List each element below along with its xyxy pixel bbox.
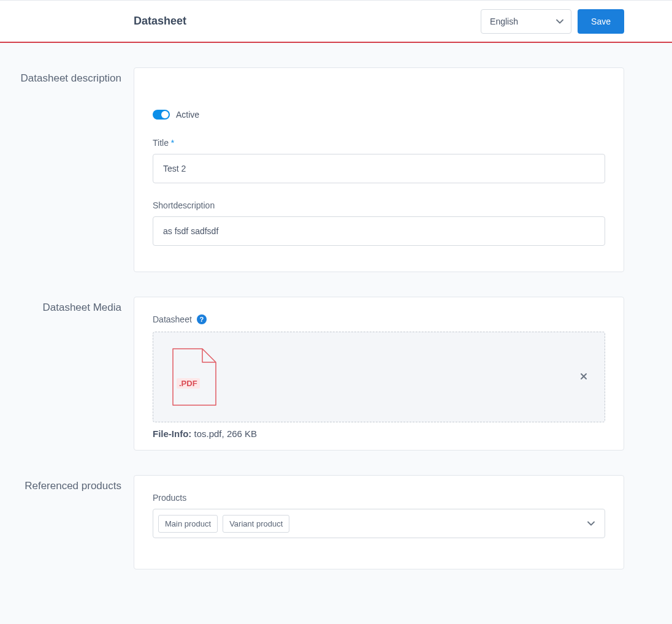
section-products-heading: Referenced products — [7, 475, 134, 569]
page-content: Datasheet description Active Title * Sho… — [0, 43, 672, 618]
active-toggle[interactable] — [153, 110, 170, 120]
product-tag[interactable]: Variant product — [223, 515, 289, 533]
section-media: Datasheet Media Datasheet ? .PDF — [7, 297, 624, 451]
section-description-heading: Datasheet description — [7, 67, 134, 272]
title-input[interactable] — [153, 154, 605, 183]
media-card: Datasheet ? .PDF File-Info: tos.pdf, 266… — [134, 297, 624, 451]
save-button[interactable]: Save — [578, 9, 624, 34]
remove-file-button[interactable] — [580, 372, 587, 382]
title-field: Title * — [153, 138, 605, 183]
section-media-heading: Datasheet Media — [7, 297, 134, 451]
file-info-value: tos.pdf, 266 KB — [194, 428, 258, 439]
shortdesc-label: Shortdescription — [153, 200, 605, 210]
file-name: tos.pdf — [194, 428, 222, 439]
section-products: Referenced products Products Main produc… — [7, 475, 624, 569]
title-label: Title * — [153, 138, 605, 148]
media-field-label: Datasheet — [153, 314, 192, 324]
header-controls: English Save — [481, 9, 624, 34]
title-label-text: Title — [153, 138, 169, 148]
products-field-label: Products — [153, 493, 605, 503]
language-select-value: English — [490, 17, 518, 26]
file-dropzone[interactable]: .PDF — [153, 332, 605, 422]
language-select[interactable]: English — [481, 9, 571, 34]
description-card: Active Title * Shortdescription — [134, 67, 624, 272]
shortdesc-input[interactable] — [153, 216, 605, 246]
file-icon: .PDF — [172, 348, 217, 406]
page-header: Datasheet English Save — [0, 0, 672, 43]
media-field-label-row: Datasheet ? — [153, 314, 605, 324]
products-card: Products Main product Variant product — [134, 475, 624, 569]
shortdesc-field: Shortdescription — [153, 200, 605, 246]
file-info-label: File-Info: — [153, 428, 191, 439]
product-tag[interactable]: Main product — [158, 515, 218, 533]
page-title: Datasheet — [134, 15, 186, 28]
products-multiselect[interactable]: Main product Variant product — [153, 509, 605, 538]
close-icon — [580, 373, 587, 380]
active-toggle-label: Active — [176, 110, 199, 120]
active-toggle-row: Active — [153, 110, 605, 120]
file-extension-badge: .PDF — [177, 378, 200, 389]
section-description: Datasheet description Active Title * Sho… — [7, 67, 624, 272]
file-size: 266 KB — [227, 428, 257, 439]
chevron-down-icon — [556, 19, 563, 24]
chevron-down-icon — [587, 521, 595, 526]
file-info: File-Info: tos.pdf, 266 KB — [153, 428, 605, 439]
help-icon[interactable]: ? — [197, 314, 207, 324]
required-asterisk: * — [171, 138, 174, 148]
